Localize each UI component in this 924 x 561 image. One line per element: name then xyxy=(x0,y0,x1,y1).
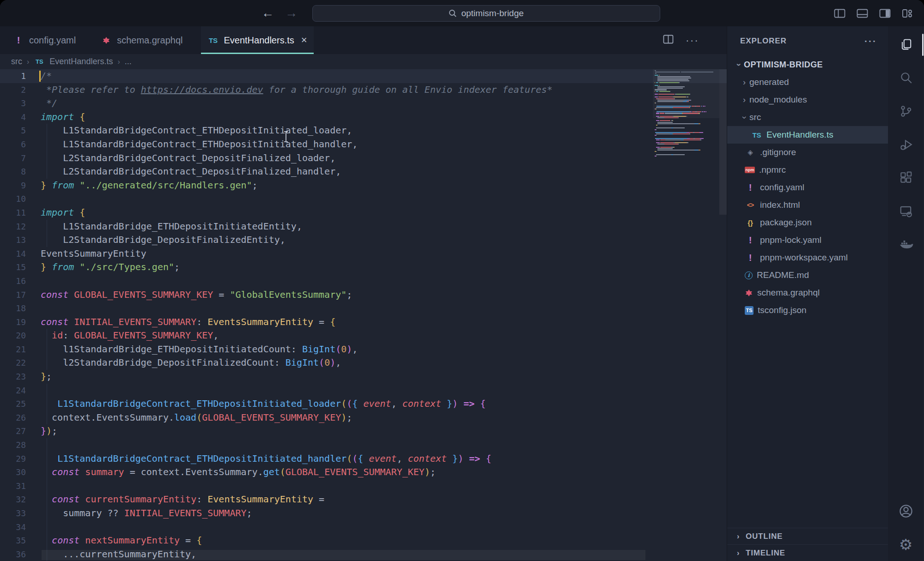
code-line-8[interactable]: 8 L2StandardBridgeContract_DepositFinali… xyxy=(0,165,727,179)
line-number[interactable]: 21 xyxy=(0,343,26,356)
code-line-6[interactable]: 6 L1StandardBridgeContract_ETHDepositIni… xyxy=(0,138,727,151)
outline-section[interactable]: › OUTLINE xyxy=(727,528,888,544)
code-line-1[interactable]: 1/* xyxy=(0,69,727,83)
tree-item-readme.md[interactable]: iREADME.md xyxy=(727,266,888,284)
line-number[interactable]: 12 xyxy=(0,220,26,234)
breadcrumb-symbol[interactable]: ... xyxy=(125,57,132,66)
code-line-34[interactable]: 34 xyxy=(0,520,727,534)
toggle-secondary-sidebar-icon[interactable] xyxy=(879,9,891,18)
line-number[interactable]: 28 xyxy=(0,438,26,452)
line-number[interactable]: 19 xyxy=(0,315,26,329)
command-center-search[interactable]: optimism-bridge xyxy=(312,5,660,22)
line-number[interactable]: 35 xyxy=(0,534,26,548)
line-number[interactable]: 23 xyxy=(0,370,26,384)
code-line-19[interactable]: 19const INITIAL_EVENTS_SUMMARY: EventsSu… xyxy=(0,315,727,329)
views-and-more-actions-icon[interactable]: ··· xyxy=(864,36,877,47)
close-icon[interactable]: × xyxy=(301,34,307,46)
toggle-primary-sidebar-icon[interactable] xyxy=(834,9,845,18)
line-number[interactable]: 4 xyxy=(0,110,26,124)
code-line-22[interactable]: 22 l2StandardBridge_DepositFinalizedCoun… xyxy=(0,356,727,370)
code-line-7[interactable]: 7 L2StandardBridgeContract_DepositFinali… xyxy=(0,151,727,165)
minimap[interactable] xyxy=(655,70,717,158)
code-line-17[interactable]: 17const GLOBAL_EVENTS_SUMMARY_KEY = "Glo… xyxy=(0,288,727,302)
code-line-18[interactable]: 18 xyxy=(0,302,727,315)
tree-item-src[interactable]: ›src xyxy=(727,109,888,126)
breadcrumb-src[interactable]: src xyxy=(11,57,22,66)
line-number[interactable]: 7 xyxy=(0,151,26,165)
sidebar-item-remote-explorer[interactable] xyxy=(888,194,924,228)
line-number[interactable]: 34 xyxy=(0,520,26,534)
line-number[interactable]: 14 xyxy=(0,247,26,261)
code-line-33[interactable]: 33 summary ?? INITIAL_EVENTS_SUMMARY; xyxy=(0,507,727,520)
line-number[interactable]: 20 xyxy=(0,329,26,343)
sidebar-item-run-and-debug[interactable] xyxy=(888,128,924,161)
code-line-15[interactable]: 15} from "./src/Types.gen"; xyxy=(0,260,727,274)
code-line-3[interactable]: 3 */ xyxy=(0,97,727,110)
tree-item-tsconfig.json[interactable]: TStsconfig.json xyxy=(727,302,888,319)
code-line-9[interactable]: 9} from "../generated/src/Handlers.gen"; xyxy=(0,179,727,193)
toggle-panel-icon[interactable] xyxy=(857,9,868,18)
tree-item-package.json[interactable]: {}package.json xyxy=(727,214,888,231)
sidebar-item-docker[interactable] xyxy=(888,228,924,261)
line-number[interactable]: 25 xyxy=(0,397,26,411)
account-button[interactable] xyxy=(888,495,924,528)
line-number[interactable]: 10 xyxy=(0,192,26,206)
customize-layout-icon[interactable] xyxy=(902,9,913,18)
code-line-31[interactable]: 31 xyxy=(0,479,727,493)
line-number[interactable]: 15 xyxy=(0,260,26,274)
tree-item-pnpm-workspace.yaml[interactable]: !pnpm-workspace.yaml xyxy=(727,249,888,266)
line-number[interactable]: 3 xyxy=(0,97,26,110)
line-number[interactable]: 18 xyxy=(0,302,26,315)
code-line-11[interactable]: 11import { xyxy=(0,206,727,220)
tab-config-yaml[interactable]: ! config.yaml xyxy=(6,26,82,54)
tree-item-eventhandlers.ts[interactable]: TSEventHandlers.ts xyxy=(727,126,888,144)
tree-item-.gitignore[interactable]: ◈.gitignore xyxy=(727,144,888,161)
code-line-5[interactable]: 5 L1StandardBridgeContract_ETHDepositIni… xyxy=(0,124,727,138)
code-line-14[interactable]: 14EventsSummaryEntity xyxy=(0,247,727,261)
line-number[interactable]: 16 xyxy=(0,274,26,288)
sidebar-item-extensions[interactable] xyxy=(888,161,924,194)
code-line-4[interactable]: 4import { xyxy=(0,110,727,124)
code-line-28[interactable]: 28 xyxy=(0,438,727,452)
more-actions-icon[interactable]: ··· xyxy=(686,34,699,47)
sidebar-item-search[interactable] xyxy=(888,61,924,95)
code-line-23[interactable]: 23}; xyxy=(0,370,727,384)
tree-item-.npmrc[interactable]: npm.npmrc xyxy=(727,161,888,179)
code-line-12[interactable]: 12 L1StandardBridge_ETHDepositInitiatedE… xyxy=(0,220,727,234)
code-line-25[interactable]: 25 L1StandardBridgeContract_ETHDepositIn… xyxy=(0,397,727,411)
line-number[interactable]: 22 xyxy=(0,356,26,370)
tree-item-config.yaml[interactable]: !config.yaml xyxy=(727,179,888,196)
line-number[interactable]: 30 xyxy=(0,465,26,479)
code-line-26[interactable]: 26 context.EventsSummary.load(GLOBAL_EVE… xyxy=(0,411,727,425)
line-number[interactable]: 1 xyxy=(0,69,26,83)
horizontal-scrollbar[interactable] xyxy=(42,550,645,560)
tree-item-node-modules[interactable]: ›node_modules xyxy=(727,91,888,109)
tree-item-optimism-bridge[interactable]: ›OPTIMISM-BRIDGE xyxy=(727,56,888,73)
sidebar-item-source-control[interactable] xyxy=(888,95,924,128)
timeline-section[interactable]: › TIMELINE xyxy=(727,544,888,561)
code-line-32[interactable]: 32 const currentSummaryEntity: EventsSum… xyxy=(0,493,727,507)
line-number[interactable]: 8 xyxy=(0,165,26,179)
split-editor-icon[interactable] xyxy=(663,35,674,46)
code-line-21[interactable]: 21 l1StandardBridge_ETHDepositInitiatedC… xyxy=(0,343,727,356)
line-number[interactable]: 33 xyxy=(0,507,26,520)
tree-item-generated[interactable]: ›generated xyxy=(727,73,888,91)
line-number[interactable]: 36 xyxy=(0,548,26,561)
forward-arrow-icon[interactable]: → xyxy=(285,7,298,19)
line-number[interactable]: 26 xyxy=(0,411,26,425)
code-line-27[interactable]: 27}); xyxy=(0,424,727,438)
line-number[interactable]: 13 xyxy=(0,233,26,247)
tree-item-index.html[interactable]: <>index.html xyxy=(727,196,888,214)
line-number[interactable]: 24 xyxy=(0,384,26,398)
code-line-13[interactable]: 13 L2StandardBridge_DepositFinalizedEnti… xyxy=(0,233,727,247)
sidebar-item-explorer[interactable] xyxy=(888,28,924,61)
breadcrumb-file[interactable]: EventHandlers.ts xyxy=(49,57,113,66)
back-arrow-icon[interactable]: ← xyxy=(261,7,274,19)
code-line-29[interactable]: 29 L1StandardBridgeContract_ETHDepositIn… xyxy=(0,452,727,466)
vertical-scrollbar[interactable] xyxy=(719,69,727,215)
line-number[interactable]: 5 xyxy=(0,124,26,138)
code-line-30[interactable]: 30 const summary = context.EventsSummary… xyxy=(0,465,727,479)
line-number[interactable]: 32 xyxy=(0,493,26,507)
tab-eventhandlers-ts[interactable]: TS EventHandlers.ts × xyxy=(201,26,313,54)
line-number[interactable]: 2 xyxy=(0,83,26,97)
